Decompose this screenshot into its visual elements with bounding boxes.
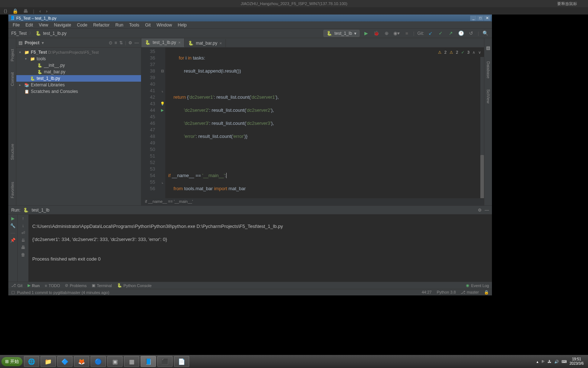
run-config-selector[interactable]: 🐍 test_1_lb ▾ <box>323 30 360 37</box>
breadcrumb-file[interactable]: test_1_lb.py <box>43 31 67 36</box>
tool-project[interactable]: Project <box>10 49 15 61</box>
lock-icon[interactable]: 🔒 <box>484 290 489 295</box>
tray-flag-icon[interactable]: 🏳 <box>541 360 545 364</box>
rerun-button[interactable]: ▶ <box>11 216 15 221</box>
search-everywhere-button[interactable]: 🔍 <box>482 30 489 37</box>
taskbar-pycharm[interactable]: 📘 <box>141 356 156 367</box>
tool-structure[interactable]: Structure <box>10 144 15 160</box>
prev-highlight-icon[interactable]: ∧ <box>472 49 475 56</box>
maximize-button[interactable]: □ <box>477 16 484 21</box>
collapse-icon[interactable]: ≡ <box>115 40 117 45</box>
tray-network-icon[interactable]: 🖧 <box>548 360 551 364</box>
menu-help[interactable]: Help <box>175 22 189 28</box>
tree-external-libraries[interactable]: ▸📚 External Libraries <box>16 82 141 88</box>
tool-problems[interactable]: ⊘Problems <box>65 283 86 288</box>
tray-volume-icon[interactable]: 🔊 <box>554 360 559 364</box>
tool-sciview[interactable]: SciView <box>486 89 490 103</box>
tool-commit[interactable]: Commit <box>10 72 15 86</box>
tool-run[interactable]: ▶Run <box>28 283 40 288</box>
next-highlight-icon[interactable]: ∨ <box>478 49 481 56</box>
next-icon[interactable]: › <box>46 8 47 14</box>
breadcrumb[interactable]: F5_Test 〉 🐍 test_1_lb.py <box>11 30 66 36</box>
python-interpreter[interactable]: Python 3.8 <box>437 290 456 295</box>
tray-expand-icon[interactable]: ▴ <box>537 360 538 364</box>
git-push-button[interactable]: ↗ <box>447 30 455 37</box>
menu-tools[interactable]: Tools <box>127 22 141 28</box>
debug-button[interactable]: 🐞 <box>373 30 380 37</box>
run-output[interactable]: C:\Users\Administrator\AppData\Local\Pro… <box>29 214 492 282</box>
down-button[interactable]: ↓ <box>22 223 24 228</box>
editor-tab-mat-bar[interactable]: 🐍 mat_bar.py × <box>185 39 226 47</box>
code-text[interactable]: for i in tasks: result_list.append(i.res… <box>165 48 484 198</box>
menu-code[interactable]: Code <box>75 22 90 28</box>
taskbar-explorer[interactable]: 📁 <box>41 356 56 367</box>
status-icon[interactable]: ▢ <box>11 290 15 295</box>
close-button[interactable]: ✕ <box>484 16 490 21</box>
pin-button[interactable]: 📌 <box>10 238 16 243</box>
tool-favorites[interactable]: Favorites <box>10 182 15 198</box>
git-rollback-button[interactable]: ↺ <box>468 30 475 37</box>
target-icon[interactable]: ⊙ <box>109 40 112 45</box>
editor-scrollbar[interactable] <box>480 57 484 191</box>
tree-scratches[interactable]: 📋 Scratches and Consoles <box>16 88 141 95</box>
expand-icon[interactable]: ⇅ <box>119 40 123 45</box>
taskbar-chrome[interactable]: 🔵 <box>91 356 106 367</box>
hide-icon[interactable]: — <box>485 208 489 213</box>
menu-navigate[interactable]: Navigate <box>52 22 73 28</box>
tray-date[interactable]: 2023/3/6 <box>570 361 584 366</box>
wrap-button[interactable]: ⏎ <box>21 230 25 236</box>
up-button[interactable]: ↑ <box>22 216 24 221</box>
taskbar-app2[interactable]: ▣ <box>107 356 123 367</box>
tree-mat-bar-py[interactable]: 🐍 mat_bar.py <box>16 69 141 75</box>
menu-file[interactable]: File <box>11 22 22 28</box>
tool-event-log[interactable]: ◉Event Log <box>466 283 489 288</box>
tree-init-py[interactable]: 🐍 __init__.py <box>16 62 141 69</box>
minimize-button[interactable]: _ <box>470 16 477 21</box>
run-button[interactable]: ▶ <box>363 30 370 37</box>
notifications-icon[interactable]: ▤ <box>486 45 490 50</box>
menu-window[interactable]: Window <box>154 22 174 28</box>
menu-git[interactable]: Git <box>143 22 153 28</box>
menu-edit[interactable]: Edit <box>23 22 35 28</box>
scroll-button[interactable]: ⇊ <box>21 238 25 243</box>
clear-button[interactable]: 🗑 <box>21 252 25 257</box>
inspection-bar[interactable]: ⚠2 ⚠2 ✓3 ∧ ∨ <box>438 49 481 56</box>
git-branch[interactable]: ⎇ master <box>461 290 479 295</box>
tool-todo[interactable]: ≡TODO <box>45 283 60 288</box>
stop-button[interactable]: ■ <box>403 30 410 37</box>
tool-database[interactable]: Database <box>486 61 490 78</box>
hide-icon[interactable]: — <box>134 40 139 45</box>
taskbar-app3[interactable]: ▦ <box>124 356 139 367</box>
titlebar[interactable]: 📘 F5_Test – test_1_lb.py _ □ ✕ <box>8 15 492 21</box>
coverage-button[interactable]: ⊕ <box>383 30 390 37</box>
windows-taskbar[interactable]: ⊞ 开始 🌐 📁 🔷 🦊 🔵 ▣ ▦ 📘 ⬛ 📄 ▴ 🏳 🖧 🔊 ⌨ 19:51… <box>0 355 588 368</box>
cursor-position[interactable]: 44:27 <box>422 290 432 295</box>
git-update-button[interactable]: ↙ <box>427 30 434 37</box>
taskbar-ie[interactable]: 🌐 <box>24 356 39 367</box>
tree-test-lb-py[interactable]: 🐍 test_1_lb.py <box>16 75 141 82</box>
menu-view[interactable]: View <box>37 22 50 28</box>
tool-button[interactable]: 🔧 <box>10 223 16 228</box>
breadcrumb-root[interactable]: F5_Test <box>11 31 27 36</box>
editor-breadcrumb[interactable]: if __name__ == '__main__' <box>141 198 484 205</box>
scrollbar-thumb[interactable] <box>480 155 484 198</box>
tray-time[interactable]: 19:51 <box>570 357 584 361</box>
close-tab-icon[interactable]: × <box>220 41 222 45</box>
system-tray[interactable]: ▴ 🏳 🖧 🔊 ⌨ 19:51 2023/3/6 <box>537 357 587 366</box>
tool-git[interactable]: ⎇Git <box>11 283 22 288</box>
prev-icon[interactable]: ‹ <box>39 8 41 14</box>
taskbar-app1[interactable]: 🔷 <box>57 356 73 367</box>
chevron-down-icon[interactable]: ▾ <box>42 40 44 45</box>
print-icon[interactable]: 🖶 <box>23 8 28 14</box>
lock-icon[interactable]: 🔒 <box>12 8 18 14</box>
menu-run[interactable]: Run <box>113 22 125 28</box>
print-button[interactable]: 🖶 <box>21 245 25 250</box>
tray-input-icon[interactable]: ⌨ <box>562 360 567 364</box>
tree-root[interactable]: ▾📁 F5_Test D:\PycharmProjects\F5_Test <box>16 49 141 56</box>
project-tree[interactable]: ▾📁 F5_Test D:\PycharmProjects\F5_Test ▾📁… <box>16 48 141 205</box>
taskbar-cmd[interactable]: ⬛ <box>157 356 173 367</box>
tool-terminal[interactable]: ▣Terminal <box>92 283 112 288</box>
taskbar-firefox[interactable]: 🦊 <box>74 356 89 367</box>
nav-back-icon[interactable]: ⟨⟩ <box>4 8 7 14</box>
profile-button[interactable]: ◉▾ <box>393 30 400 37</box>
